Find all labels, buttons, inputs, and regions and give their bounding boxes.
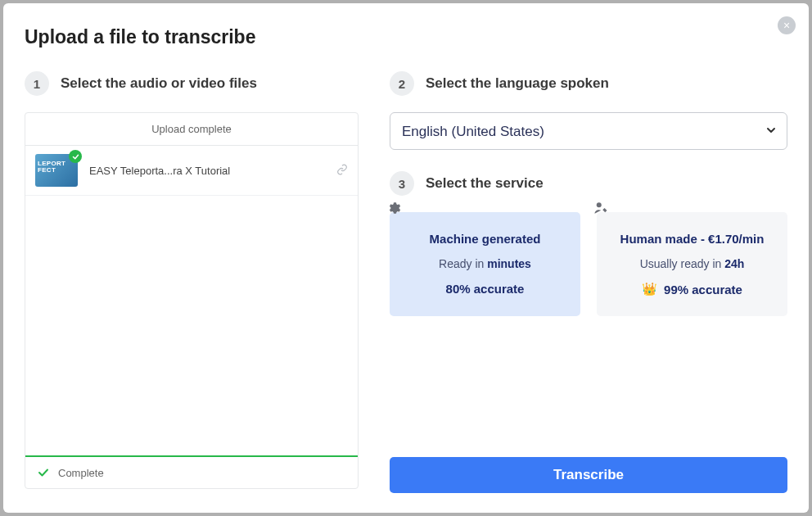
complete-label: Complete	[58, 467, 104, 479]
left-column: 1 Select the audio or video files Upload…	[25, 71, 359, 493]
check-icon	[69, 150, 82, 163]
language-select-wrap: English (United States)	[390, 112, 787, 150]
svg-point-0	[597, 202, 602, 207]
step1-title: Select the audio or video files	[61, 75, 257, 92]
file-name: EASY Teleporta...ra X Tutorial	[89, 165, 336, 177]
step3-header: 3 Select the service	[390, 171, 787, 196]
human-accuracy: 👑 99% accurate	[607, 282, 778, 296]
service-card-machine[interactable]: Machine generated Ready in minutes 80% a…	[390, 212, 580, 316]
close-button[interactable]: ×	[778, 16, 796, 34]
upload-box: Upload complete LEPORT FECT EASY Telepor…	[25, 112, 359, 489]
thumb-text: LEPORT FECT	[38, 161, 65, 174]
columns: 1 Select the audio or video files Upload…	[25, 71, 787, 493]
transcribe-button[interactable]: Transcribe	[390, 457, 787, 493]
right-column: 2 Select the language spoken English (Un…	[390, 71, 787, 493]
close-icon: ×	[783, 19, 790, 32]
human-ready-line: Usually ready in 24h	[607, 257, 778, 270]
check-icon	[37, 466, 50, 479]
human-ready-bold: 24h	[724, 257, 744, 270]
upload-body: LEPORT FECT EASY Teleporta...ra X Tutori…	[25, 146, 358, 455]
upload-status: Upload complete	[25, 113, 358, 146]
step1-badge: 1	[25, 71, 49, 96]
file-row[interactable]: LEPORT FECT EASY Teleporta...ra X Tutori…	[25, 146, 358, 196]
gear-icon	[386, 201, 401, 219]
modal-title: Upload a file to transcribe	[25, 26, 787, 48]
service-card-human[interactable]: Human made - €1.70/min Usually ready in …	[597, 212, 787, 316]
complete-row: Complete	[25, 457, 358, 488]
link-icon[interactable]	[336, 164, 348, 178]
upload-modal: × Upload a file to transcribe 1 Select t…	[3, 3, 809, 513]
service-row: Machine generated Ready in minutes 80% a…	[390, 212, 787, 316]
machine-ready-line: Ready in minutes	[399, 257, 571, 270]
step1-header: 1 Select the audio or video files	[25, 71, 359, 96]
machine-accuracy: 80% accurate	[399, 282, 571, 296]
human-ready-prefix: Usually ready in	[640, 257, 725, 270]
step2-title: Select the language spoken	[426, 75, 609, 92]
step3-badge: 3	[390, 171, 414, 196]
step2-badge: 2	[390, 71, 414, 96]
person-edit-icon	[593, 201, 608, 219]
human-card-title: Human made - €1.70/min	[607, 232, 778, 246]
machine-ready-prefix: Ready in	[439, 257, 487, 270]
crown-icon: 👑	[642, 282, 657, 296]
language-select[interactable]: English (United States)	[390, 112, 787, 150]
machine-card-title: Machine generated	[399, 232, 571, 246]
thumbnail-wrap: LEPORT FECT	[35, 154, 78, 187]
step2-header: 2 Select the language spoken	[390, 71, 787, 96]
machine-ready-bold: minutes	[487, 257, 531, 270]
human-accuracy-text: 99% accurate	[664, 283, 742, 296]
step3-title: Select the service	[426, 175, 544, 192]
